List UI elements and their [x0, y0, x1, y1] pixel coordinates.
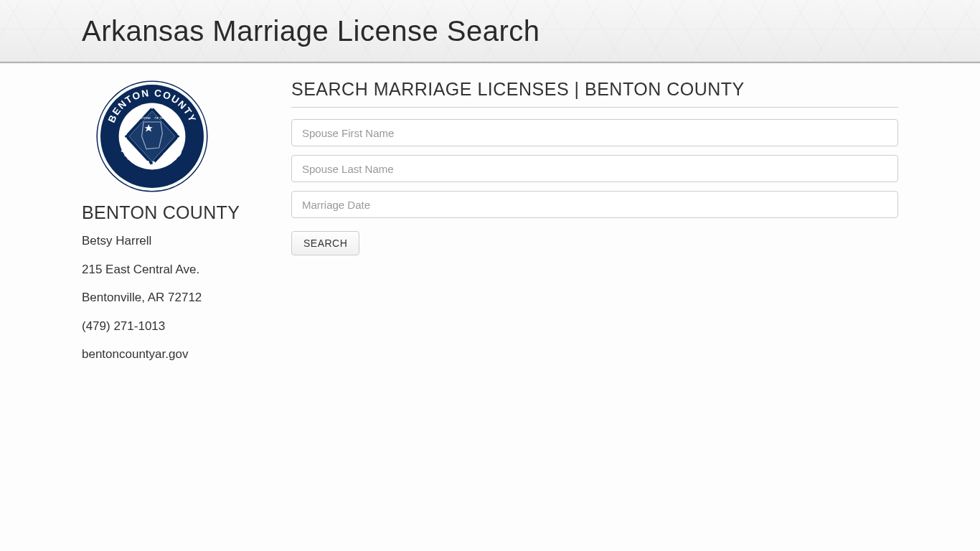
- county-name-heading: BENTON COUNTY: [82, 202, 274, 223]
- svg-point-4: [158, 110, 160, 112]
- address-line-1: 215 East Central Ave.: [82, 260, 274, 279]
- search-button[interactable]: SEARCH: [291, 231, 359, 255]
- svg-point-18: [131, 125, 133, 127]
- seal-svg-icon: BENTON COUNTY ARKANSAS CORNERSTONE OF TH…: [95, 79, 209, 194]
- header-banner: Arkansas Marriage License Search: [0, 0, 980, 63]
- svg-point-7: [177, 133, 179, 135]
- svg-point-16: [125, 138, 127, 140]
- website-link[interactable]: bentoncountyar.gov: [82, 345, 274, 364]
- county-seal-icon: BENTON COUNTY ARKANSAS CORNERSTONE OF TH…: [86, 79, 218, 194]
- address-line-2: Bentonville, AR 72712: [82, 288, 274, 307]
- content-wrap: BENTON COUNTY ARKANSAS CORNERSTONE OF TH…: [0, 63, 980, 374]
- svg-text:CORNERSTONE: CORNERSTONE: [128, 116, 151, 120]
- svg-text:OF THE STATE: OF THE STATE: [155, 116, 175, 120]
- search-heading: SEARCH MARRIAGE LICENSES | BENTON COUNTY: [291, 79, 898, 108]
- svg-point-17: [125, 133, 127, 135]
- phone-number: (479) 271-1013: [82, 317, 274, 336]
- svg-text:EST.: EST.: [133, 153, 141, 156]
- svg-point-3: [151, 106, 153, 108]
- spouse-first-name-input[interactable]: [291, 119, 898, 146]
- main-content: SEARCH MARRIAGE LICENSES | BENTON COUNTY…: [291, 79, 898, 374]
- spouse-last-name-input[interactable]: [291, 155, 898, 182]
- page-title: Arkansas Marriage License Search: [82, 15, 540, 47]
- sidebar: BENTON COUNTY ARKANSAS CORNERSTONE OF TH…: [82, 79, 274, 374]
- svg-point-8: [177, 138, 179, 140]
- marriage-date-input[interactable]: [291, 191, 898, 218]
- svg-point-20: [144, 110, 146, 112]
- svg-text:1836: 1836: [163, 153, 171, 156]
- clerk-name: Betsy Harrell: [82, 232, 274, 250]
- svg-point-6: [171, 125, 174, 127]
